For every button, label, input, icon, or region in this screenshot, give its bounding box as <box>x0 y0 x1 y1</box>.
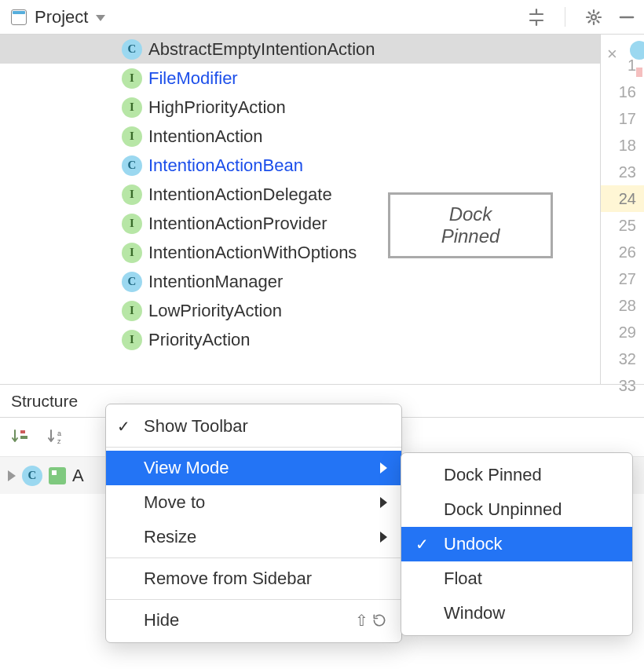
menu-separator <box>106 558 401 558</box>
menu-item[interactable]: Remove from Sidebar <box>106 561 401 596</box>
menu-separator <box>106 599 401 600</box>
interface-badge-icon: I <box>122 301 142 321</box>
tree-item-label: IntentionActionDelegate <box>148 185 332 205</box>
submenu-item-label: Undock <box>444 534 503 554</box>
check-icon: ✓ <box>117 417 130 436</box>
tool-window-actions <box>527 0 639 34</box>
class-badge-icon: C <box>122 155 142 176</box>
package-icon <box>49 467 66 484</box>
svg-rect-1 <box>20 430 25 433</box>
project-tree[interactable]: Dock Pinned CAbstractEmptyIntentionActio… <box>0 35 600 384</box>
tree-item[interactable]: CIntentionActionBean <box>0 151 600 180</box>
shift-icon: ⇧ <box>355 611 368 630</box>
tree-item[interactable]: IFileModifier <box>0 64 600 93</box>
line-number[interactable]: 27 <box>601 265 644 292</box>
interface-badge-icon: I <box>122 214 142 234</box>
tree-item[interactable]: IHighPriorityAction <box>0 93 600 122</box>
tool-window-header: Project <box>0 0 644 35</box>
line-number[interactable]: 16 <box>601 79 644 105</box>
tree-item-label: HighPriorityAction <box>148 97 286 118</box>
interface-badge-icon: I <box>122 68 142 89</box>
submenu-item-label: Window <box>444 603 505 623</box>
minimize-icon[interactable] <box>617 8 636 27</box>
tree-item-label: IntentionActionBean <box>148 155 303 176</box>
submenu-item[interactable]: Dock Pinned <box>401 458 632 492</box>
menu-item-label: Hide <box>144 610 179 631</box>
tree-item-label: PriorityAction <box>148 330 251 350</box>
menu-item[interactable]: Resize <box>106 520 401 554</box>
chevron-right-icon <box>380 497 387 508</box>
svg-text:a: a <box>57 430 61 437</box>
gutter-marker <box>636 68 642 77</box>
menu-item-label: Remove from Sidebar <box>144 568 312 589</box>
line-number[interactable]: 29 <box>601 319 644 345</box>
line-number[interactable]: 28 <box>601 292 644 319</box>
check-icon: ✓ <box>415 535 429 554</box>
line-number[interactable]: 32 <box>601 345 644 372</box>
tree-item-label: IntentionAction <box>148 126 263 147</box>
tree-item-label: AbstractEmptyIntentionAction <box>148 39 375 60</box>
tooltip-line2: Pinned <box>441 225 500 247</box>
line-number[interactable]: 24 <box>601 185 644 212</box>
structure-title: Structure <box>11 392 78 411</box>
line-number[interactable]: 18 <box>601 132 644 159</box>
tree-item-label: IntentionActionProvider <box>148 214 327 234</box>
expand-triangle-icon[interactable] <box>8 470 16 481</box>
class-badge-icon: C <box>122 39 142 60</box>
menu-item[interactable]: Hide⇧ <box>106 603 401 638</box>
menu-item-label: Resize <box>144 527 196 547</box>
main-area: Dock Pinned CAbstractEmptyIntentionActio… <box>0 35 644 384</box>
class-badge-icon: C <box>22 466 42 486</box>
tree-item[interactable]: CAbstractEmptyIntentionAction <box>0 35 600 64</box>
line-number[interactable]: 33 <box>601 372 644 399</box>
gear-icon[interactable] <box>584 8 603 27</box>
menu-shortcut: ⇧ <box>355 611 387 630</box>
interface-badge-icon: I <box>122 126 142 147</box>
tree-item[interactable]: IIntentionAction <box>0 122 600 151</box>
project-dropdown[interactable]: Project <box>0 0 116 34</box>
line-number[interactable]: 25 <box>601 212 644 239</box>
view-mode-submenu: Dock PinnedDock Unpinned✓UndockFloatWind… <box>401 452 633 636</box>
close-tab-icon[interactable]: × <box>607 44 617 64</box>
menu-item[interactable]: ✓Show Toolbar <box>106 409 401 444</box>
editor-tab-badge <box>630 41 644 60</box>
submenu-item-label: Dock Pinned <box>444 465 542 485</box>
line-number[interactable]: 23 <box>601 159 644 185</box>
submenu-item[interactable]: ✓Undock <box>401 527 632 561</box>
submenu-item[interactable]: Float <box>401 561 632 596</box>
tree-item[interactable]: CIntentionManager <box>0 267 600 296</box>
submenu-item-label: Dock Unpinned <box>444 499 562 520</box>
project-label: Project <box>35 7 88 27</box>
interface-badge-icon: I <box>122 243 142 263</box>
menu-item[interactable]: View Mode <box>106 451 401 485</box>
tree-item-label: LowPriorityAction <box>148 301 282 321</box>
dock-pinned-tooltip: Dock Pinned <box>388 192 553 258</box>
line-number[interactable]: 26 <box>601 239 644 265</box>
line-number[interactable]: 17 <box>601 105 644 132</box>
tree-item-label: IntentionActionWithOptions <box>148 243 357 263</box>
submenu-item-label: Float <box>444 568 482 589</box>
tooltip-line1: Dock <box>441 203 500 225</box>
context-menu: ✓Show ToolbarView ModeMove toResizeRemov… <box>105 404 402 643</box>
collapse-icon[interactable] <box>527 8 546 27</box>
editor-gutter: × 1161718232425262728293233 <box>600 35 644 384</box>
submenu-item[interactable]: Window <box>401 596 632 631</box>
structure-item-label: A <box>72 466 84 486</box>
separator <box>565 7 565 27</box>
submenu-item[interactable]: Dock Unpinned <box>401 492 632 527</box>
menu-item-label: View Mode <box>144 458 229 478</box>
sort-alphabetically-button[interactable]: az <box>42 423 71 451</box>
chevron-right-icon <box>380 532 387 543</box>
menu-item-label: Move to <box>144 492 205 513</box>
tree-item-label: IntentionManager <box>148 272 283 292</box>
sort-by-visibility-button[interactable] <box>6 423 35 451</box>
tree-item[interactable]: ILowPriorityAction <box>0 296 600 325</box>
menu-separator <box>106 447 401 448</box>
interface-badge-icon: I <box>122 330 142 350</box>
menu-item[interactable]: Move to <box>106 485 401 520</box>
interface-badge-icon: I <box>122 97 142 118</box>
svg-text:z: z <box>57 437 61 445</box>
chevron-down-icon <box>96 15 105 21</box>
chevron-right-icon <box>380 462 387 473</box>
tree-item[interactable]: IPriorityAction <box>0 325 600 354</box>
